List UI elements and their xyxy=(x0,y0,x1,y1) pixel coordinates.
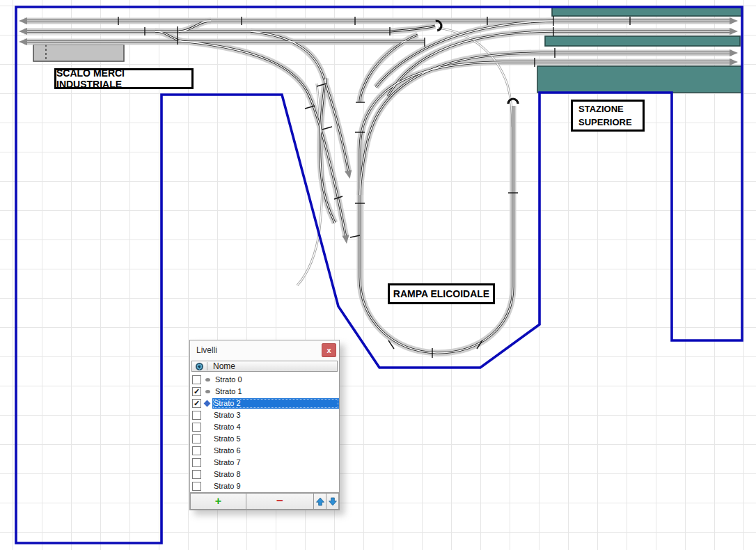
down-arrow-icon xyxy=(328,496,338,507)
layers-dialog-titlebar[interactable]: Livelli x xyxy=(190,340,339,361)
layer-row[interactable]: Strato 3 xyxy=(190,409,339,421)
layer-visibility-checkbox[interactable] xyxy=(192,375,201,384)
layer-marker-icon xyxy=(205,484,210,489)
upper-station-label[interactable]: STAZIONE SUPERIORE xyxy=(571,100,645,132)
layers-list-header: Nome xyxy=(191,361,338,372)
upper-station-label-line1: STAZIONE xyxy=(578,102,624,116)
freight-yard-label[interactable]: SCALO MERCI INDUSTRIALE xyxy=(54,68,194,89)
layer-visibility-checkbox[interactable] xyxy=(192,470,201,479)
layer-visibility-checkbox[interactable] xyxy=(192,446,201,455)
layer-marker-icon xyxy=(205,413,210,418)
plus-icon: + xyxy=(215,495,221,508)
layer-marker-icon xyxy=(205,425,210,430)
layer-marker-icon xyxy=(205,472,210,477)
move-layer-down-button[interactable] xyxy=(326,493,339,510)
upper-station-label-line2: SUPERIORE xyxy=(578,116,632,129)
layers-dialog-title: Livelli xyxy=(196,345,217,355)
layer-name[interactable]: Strato 8 xyxy=(212,469,339,480)
layer-name[interactable]: Strato 6 xyxy=(212,446,339,456)
visibility-column-icon xyxy=(196,363,203,370)
track-plan-app: { "plan": { "labels": { "freight_yard": … xyxy=(0,0,756,550)
helix-label[interactable]: RAMPA ELICOIDALE xyxy=(388,283,495,304)
layer-name[interactable]: Strato 9 xyxy=(212,481,339,492)
freight-platform[interactable] xyxy=(33,45,124,61)
layer-visibility-checkbox[interactable] xyxy=(192,434,201,443)
up-arrow-icon xyxy=(315,496,325,507)
move-layer-up-button[interactable] xyxy=(314,493,326,510)
layer-marker-icon xyxy=(205,448,210,453)
add-layer-button[interactable]: + xyxy=(190,493,246,510)
minus-icon: − xyxy=(276,494,283,508)
column-separator xyxy=(207,362,207,370)
layer-marker-icon xyxy=(205,460,210,465)
layer-row[interactable]: Strato 0 xyxy=(190,374,339,386)
close-icon[interactable]: x xyxy=(322,343,336,357)
layer-name[interactable]: Strato 7 xyxy=(212,457,339,468)
layer-row[interactable]: ✓Strato 1 xyxy=(190,386,339,398)
remove-layer-button[interactable]: − xyxy=(246,493,314,510)
helix-label-text: RAMPA ELICOIDALE xyxy=(393,288,489,299)
layers-toolbar: + − xyxy=(190,492,339,510)
layer-row[interactable]: Strato 5 xyxy=(190,433,339,445)
layer-row[interactable]: Strato 8 xyxy=(190,469,339,480)
layer-visibility-checkbox[interactable] xyxy=(192,411,201,420)
layer-name[interactable]: Strato 3 xyxy=(212,410,339,421)
layer-name[interactable]: Strato 0 xyxy=(214,375,339,385)
layer-row[interactable]: Strato 7 xyxy=(190,457,339,469)
layer-marker-icon xyxy=(205,390,210,393)
layer-visibility-checkbox[interactable] xyxy=(192,423,201,432)
layer-row[interactable]: Strato 9 xyxy=(190,480,339,492)
name-column-header: Nome xyxy=(213,361,235,371)
layer-visibility-checkbox[interactable]: ✓ xyxy=(192,399,201,408)
layer-visibility-checkbox[interactable] xyxy=(192,458,201,467)
layer-name[interactable]: Strato 5 xyxy=(212,434,339,444)
layer-marker-icon xyxy=(204,400,211,407)
layer-row[interactable]: Strato 6 xyxy=(190,445,339,457)
layer-visibility-checkbox[interactable] xyxy=(192,482,201,491)
layer-name[interactable]: Strato 2 xyxy=(212,398,339,409)
layers-list: Strato 0 ✓Strato 1 ✓Strato 2 Strato 3 St… xyxy=(190,372,339,492)
layer-visibility-checkbox[interactable]: ✓ xyxy=(192,387,201,396)
layer-row[interactable]: ✓Strato 2 xyxy=(190,398,339,409)
layer-marker-icon xyxy=(205,378,210,382)
layer-marker-icon xyxy=(205,437,210,441)
layer-name[interactable]: Strato 4 xyxy=(212,422,339,432)
freight-yard-label-text: SCALO MERCI INDUSTRIALE xyxy=(56,68,191,90)
layers-dialog[interactable]: Livelli x Nome Strato 0 ✓Strato 1 ✓Strat… xyxy=(189,340,340,510)
layer-name[interactable]: Strato 1 xyxy=(214,386,339,397)
layer-row[interactable]: Strato 4 xyxy=(190,421,339,433)
